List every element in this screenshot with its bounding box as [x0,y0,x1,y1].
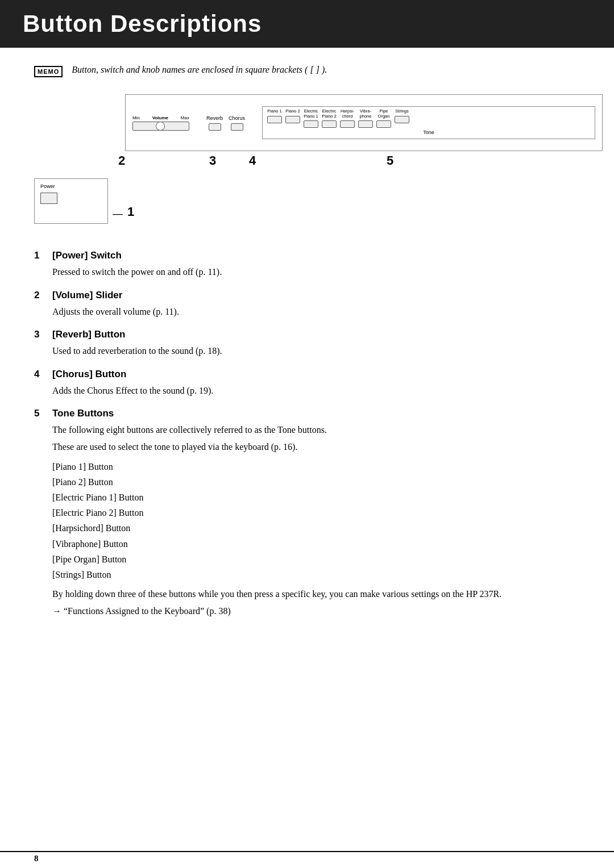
list-item: [Pipe Organ] Button [52,552,580,567]
desc-body-1: Pressed to switch the power on and off (… [34,265,580,279]
desc-heading-2: 2 [Volume] Slider [34,290,580,301]
main-panel-wrapper: Min Volume Max Reverb [80,94,557,174]
desc-heading-4: 4 [Chorus] Button [34,369,580,380]
numbers-row: 2 3 4 5 [80,151,557,174]
tone-btn-epiano1: ElectricPiano 1 [304,109,318,128]
tone-section: Piano 1 Piano 2 ElectricPiano 1 [262,106,595,139]
power-label: Power [40,183,55,189]
list-item: [Electric Piano 2] Button [52,505,580,520]
desc-label-5: Tone Buttons [52,408,114,419]
desc-num-5: 5 [34,408,47,419]
list-item: [Electric Piano 1] Button [52,490,580,505]
tone-btn-harpsi: Harpsi-chord [340,109,355,128]
desc-body-4: Adds the Chorus Effect to the sound (p. … [34,383,580,398]
tone-btn-vibra: Vibra-phone [358,109,373,128]
tone-btn-piano1: Piano 1 [267,109,282,128]
desc-item-2: 2 [Volume] Slider Adjusts the overall vo… [34,290,580,319]
vol-min-label: Min [132,115,140,120]
desc-heading-1: 1 [Power] Switch [34,250,580,261]
tone-buttons-row: Piano 1 Piano 2 ElectricPiano 1 [267,109,590,128]
tone-label: Tone [267,130,590,135]
list-item: [Piano 2] Button [52,474,580,490]
desc-num-1: 1 [34,250,47,261]
desc-item-5: 5 Tone Buttons The following eight butto… [34,408,580,618]
volume-section: Min Volume Max [132,115,189,131]
memo-row: MEMO Button, switch and knob names are e… [34,65,580,77]
desc-heading-3: 3 [Reverb] Button [34,329,580,340]
memo-icon: MEMO [34,66,63,77]
list-item: [Piano 1] Button [52,459,580,474]
volume-slider-knob [156,122,165,131]
desc-body-5-extra1: By holding down three of these buttons w… [52,587,580,602]
desc-body-3: Used to add reverberation to the sound (… [34,344,580,358]
chorus-label: Chorus [229,115,245,121]
memo-icon-label: MEMO [34,66,63,77]
page-title: Button Descriptions [23,10,591,37]
dash-1: — [113,208,123,220]
list-item: [Vibraphone] Button [52,536,580,552]
list-item: [Harpsichord] Button [52,520,580,536]
num-3: 3 [209,153,216,168]
bottom-line [0,851,614,852]
power-panel-row: Power — 1 [34,178,580,229]
desc-item-1: 1 [Power] Switch Pressed to switch the p… [34,250,580,279]
power-btn [40,193,57,204]
num-2: 2 [118,153,125,168]
tone-btn-epiano2: ElectricPiano 2 [322,109,337,128]
diagram-container: Min Volume Max Reverb [34,94,580,229]
desc-item-3: 3 [Reverb] Button Used to add reverberat… [34,329,580,358]
reverb-group: Reverb [206,115,223,131]
tone-btn-organ: PipeOrgan [376,109,391,128]
page-number: 8 [34,854,39,863]
desc-label-3: [Reverb] Button [52,329,125,340]
desc-body-5-extra2: → “Functions Assigned to the Keyboard” (… [52,604,580,619]
desc-heading-5: 5 Tone Buttons [34,408,580,419]
desc-label-1: [Power] Switch [52,250,122,261]
num-4: 4 [249,153,256,168]
header-bar: Button Descriptions [0,0,614,48]
num-1: 1 [127,205,134,219]
desc-num-3: 3 [34,329,47,340]
tone-btn-strings: Strings [395,109,409,128]
panel-diagram: Min Volume Max Reverb [125,94,603,151]
chorus-btn [231,123,243,131]
desc-body-5-intro2: These are used to select the tone to pla… [52,440,580,454]
tone-btn-piano2: Piano 2 [285,109,300,128]
volume-slider-track [132,122,189,131]
list-item: [Strings] Button [52,567,580,582]
vol-max-label: Max [181,115,189,120]
memo-text: Button, switch and knob names are enclos… [72,65,327,75]
desc-label-4: [Chorus] Button [52,369,126,380]
desc-item-4: 4 [Chorus] Button Adds the Chorus Effect… [34,369,580,398]
desc-num-4: 4 [34,369,47,380]
num-5: 5 [387,153,393,168]
desc-body-5-intro1: The following eight buttons are collecti… [52,423,580,437]
description-list: 1 [Power] Switch Pressed to switch the p… [34,250,580,618]
power-panel: Power [34,178,108,224]
desc-label-2: [Volume] Slider [52,290,122,301]
reverb-btn [209,123,221,131]
desc-body-2: Adjusts the overall volume (p. 11). [34,304,580,319]
chorus-group: Chorus [229,115,245,131]
desc-num-2: 2 [34,290,47,301]
desc-body-5: The following eight buttons are collecti… [34,423,580,618]
reverb-label: Reverb [206,115,223,121]
tone-button-list: [Piano 1] Button [Piano 2] Button [Elect… [52,459,580,583]
vol-center-label: Volume [152,115,168,120]
